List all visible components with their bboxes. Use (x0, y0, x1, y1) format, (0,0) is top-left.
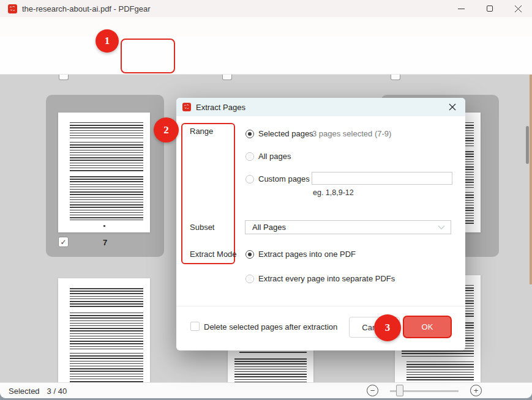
range-section-label: Range (190, 127, 213, 136)
zoom-in-button[interactable]: + (470, 385, 482, 396)
window-title: the-research-about-ai.pdf - PDFgear (22, 4, 151, 13)
page-checkbox[interactable] (391, 75, 400, 80)
background-window-strip (530, 75, 532, 284)
status-bar: Selected3 / 40 − + (0, 382, 532, 398)
custom-pages-hint: eg. 1,8,9-12 (313, 188, 354, 197)
page-ribbon: Extract Pages Delete Pages Insert Pages … (0, 37, 532, 75)
dialog-title: Extract Pages (196, 103, 245, 112)
pdfgear-logo-icon (8, 4, 17, 13)
selected-count-value: 3 / 40 (47, 387, 67, 396)
page-checkbox[interactable] (222, 75, 232, 80)
app-window: the-research-about-ai.pdf - PDFgear (0, 0, 532, 398)
extract-separate-pdfs-label: Extract every page into separate PDFs (258, 274, 395, 283)
page7-thumbnail[interactable] (58, 113, 150, 232)
range-section-highlight-box (181, 123, 235, 264)
custom-pages-radio[interactable] (245, 175, 254, 183)
close-icon (449, 103, 456, 111)
page10-thumbnail[interactable] (58, 278, 150, 382)
step-2-badge: 2 (154, 117, 179, 143)
ok-button[interactable]: OK (403, 316, 452, 338)
subset-dropdown[interactable]: All Pages (245, 220, 451, 234)
selected-count-label: Selected (9, 387, 40, 396)
zoom-out-button[interactable]: − (367, 385, 378, 396)
extract-one-pdf-radio[interactable] (245, 250, 254, 259)
title-bar: the-research-about-ai.pdf - PDFgear (0, 0, 532, 17)
extract-pages-dialog: Extract Pages Range Subset Extract Mode … (176, 98, 465, 350)
dialog-close-button[interactable] (445, 100, 460, 114)
zoom-slider-handle[interactable] (396, 385, 403, 396)
extract-one-pdf-label: Extract pages into one PDF (258, 250, 356, 259)
pdfgear-logo-icon (182, 103, 191, 111)
vertical-scrollbar[interactable] (526, 126, 529, 164)
subset-dropdown-value: All Pages (252, 223, 286, 232)
subset-section-label: Subset (190, 223, 214, 232)
delete-after-extraction-label: Delete selected pages after extraction (204, 322, 337, 331)
close-window-button[interactable] (504, 0, 531, 17)
selected-pages-radio[interactable] (245, 130, 254, 138)
selected-pages-info: 3 pages selected (7-9) (312, 129, 391, 138)
page7-number: 7 (46, 238, 164, 247)
minimize-button[interactable] (448, 0, 474, 17)
all-pages-radio[interactable] (245, 152, 254, 161)
custom-pages-label: Custom pages (258, 174, 310, 183)
maximize-button[interactable] (476, 0, 503, 17)
dialog-title-bar: Extract Pages (176, 98, 465, 116)
step-1-badge: 1 (96, 29, 119, 53)
custom-pages-input[interactable] (312, 172, 452, 185)
quick-toolbar: Home Comment Edit Form Page Tools Help (0, 17, 532, 37)
delete-after-extraction-checkbox[interactable] (190, 322, 200, 331)
extract-separate-pdfs-radio[interactable] (245, 275, 254, 283)
chevron-down-icon (438, 225, 445, 230)
page-checkbox[interactable] (59, 75, 69, 80)
step-3-badge: 3 (374, 314, 401, 341)
extract-mode-section-label: Extract Mode (190, 250, 237, 259)
all-pages-label: All pages (258, 152, 291, 161)
dialog-footer-divider (176, 306, 465, 306)
selected-pages-label: Selected pages (258, 129, 313, 138)
